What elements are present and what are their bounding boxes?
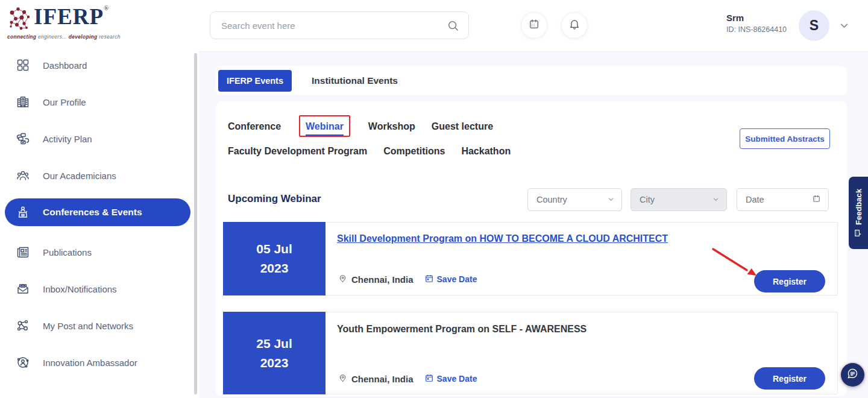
avatar[interactable]: S [799,10,829,41]
ambassador-icon [15,355,31,370]
chevron-down-icon[interactable] [839,21,849,31]
event-date-year: 2023 [260,356,289,370]
user-name: Srm [726,13,787,23]
event-date-day: 25 Jul [256,336,292,351]
event-title: Youth Empowerment Program on SELF - AWAR… [337,324,587,335]
sidebar-item-label: Our Profile [43,97,86,107]
sidebar-item-label: Inbox/Notifications [43,284,117,294]
chat-bubble-icon [846,367,860,383]
section-heading: Upcoming Webinar [228,193,321,205]
people-group-icon [15,168,31,183]
save-date-calendar-icon [425,274,433,285]
register-button[interactable]: Register [754,367,825,390]
feedback-bubble-icon [854,229,863,237]
tab-iferp-events[interactable]: IFERP Events [218,70,292,92]
chevron-down-icon [608,195,614,204]
category-guest-lecture[interactable]: Guest lecture [432,119,493,136]
chevron-down-icon [712,195,719,204]
sidebar-item-my-post-networks[interactable]: My Post and Networks [5,312,190,340]
event-card: 05 Jul 2023 Skill Development Program on… [223,222,838,295]
sidebar-item-our-academicians[interactable]: Our Academicians [5,162,190,189]
sidebar-item-label: Our Academicians [43,171,116,181]
search-input[interactable] [210,21,447,31]
city-filter[interactable]: City [631,188,727,211]
feedback-tab[interactable]: Feedback [849,177,868,249]
user-info: Srm ID: INS-86264410 [726,13,787,34]
save-date-calendar-icon [425,374,433,384]
submitted-abstracts-button[interactable]: Submitted Abstracts [740,128,830,149]
event-meta-row: Chennai, India Save Date [338,373,477,384]
location-pin-icon [338,274,347,285]
save-date-link[interactable]: Save Date [425,274,477,285]
registered-mark: ® [104,4,108,12]
event-date-year: 2023 [260,261,289,276]
sidebar-scrollbar[interactable] [194,53,197,394]
newspaper-icon [15,244,31,260]
save-date-link[interactable]: Save Date [425,374,477,384]
dashboard-grid-icon [15,57,31,73]
sidebar-item-publications[interactable]: Publications [5,238,190,266]
sidebar-item-label: My Post and Networks [43,321,133,331]
sidebar-item-label: Innovation Ambassador [43,358,137,368]
event-title-link[interactable]: Skill Development Program on HOW TO BECO… [337,233,668,244]
event-date-day: 05 Jul [256,242,292,256]
logo-tagline: connecting engineers... developing resea… [7,34,157,40]
notifications-button[interactable] [561,12,588,39]
institution-building-icon [15,94,31,110]
sidebar-item-innovation-ambassador[interactable]: Innovation Ambassador [5,349,190,376]
sidebar-nav: Dashboard Our Profile Activity Plan Our … [0,51,199,385]
calendar-icon [528,18,540,33]
sidebar-item-inbox-notifications[interactable]: Inbox/Notifications [5,275,190,303]
iferp-logo: IFERP ® connecting engineers... developi… [6,4,157,40]
flowchart-icon [15,131,31,147]
category-fdp[interactable]: Faculty Development Program [228,144,367,159]
logo-text: IFERP [34,4,104,30]
bell-icon [568,18,580,33]
sidebar-item-our-profile[interactable]: Our Profile [5,88,190,116]
tab-institutional-events[interactable]: Institutional Events [312,75,398,86]
sidebar-item-label: Publications [43,247,92,257]
magnifier-icon[interactable] [447,20,459,31]
country-filter[interactable]: Country [527,188,622,211]
calendar-button[interactable] [521,12,547,39]
events-tabbar: IFERP Events Institutional Events [216,66,847,95]
event-location: Chennai, India [351,374,414,384]
calendar-icon [812,194,821,205]
logo-network-icon [6,4,34,35]
topbar: Srm ID: INS-86264410 S [199,0,868,52]
sidebar-item-label: Conferences & Events [43,207,142,218]
category-competitions[interactable]: Competitions [383,144,445,159]
category-workshop[interactable]: Workshop [368,119,415,136]
event-search [210,11,469,39]
category-webinar[interactable]: Webinar [306,119,344,136]
sidebar-item-conferences-events[interactable]: Conferences & Events [5,198,190,226]
category-conference[interactable]: Conference [228,119,281,136]
location-pin-icon [338,373,347,384]
sidebar: IFERP ® connecting engineers... developi… [0,0,199,398]
sidebar-item-dashboard[interactable]: Dashboard [5,51,190,79]
event-date-block: 25 Jul 2023 [223,312,326,394]
podium-speaker-icon [15,204,31,220]
event-meta-row: Chennai, India Save Date [338,274,477,285]
chat-widget-button[interactable] [841,363,864,387]
sidebar-item-activity-plan[interactable]: Activity Plan [5,125,190,153]
event-date-block: 05 Jul 2023 [223,222,326,295]
events-panel: Conference Webinar Workshop Guest lectur… [216,101,847,396]
event-location: Chennai, India [351,274,414,285]
envelope-icon [15,281,31,297]
register-button[interactable]: Register [754,270,825,292]
category-hackathon[interactable]: Hackathon [461,144,511,159]
network-nodes-icon [15,318,31,333]
date-filter[interactable]: Date [737,188,829,211]
user-id: ID: INS-86264410 [726,25,787,34]
feedback-label: Feedback [854,189,863,225]
event-card: 25 Jul 2023 Youth Empowerment Program on… [223,312,838,394]
sidebar-item-label: Activity Plan [43,134,92,144]
sidebar-item-label: Dashboard [43,60,87,71]
